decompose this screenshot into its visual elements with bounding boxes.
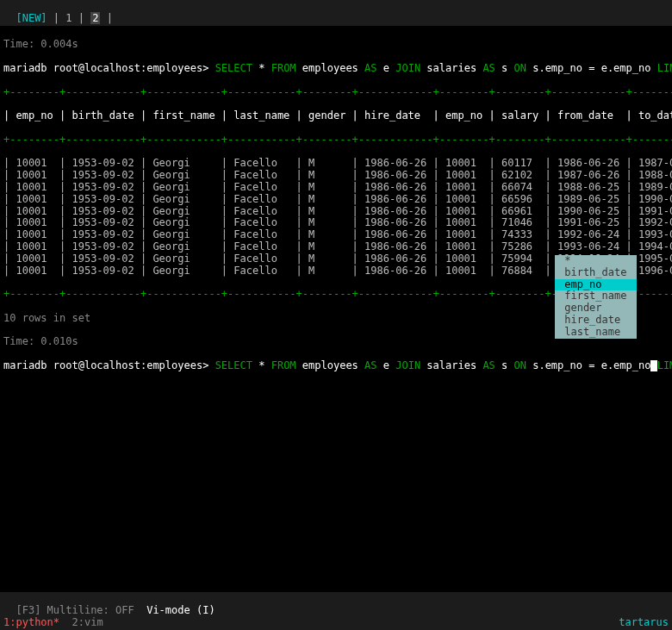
sql-query-2-after[interactable]: LIMIT 10 xyxy=(657,359,672,371)
prompt-host: mariadb root@localhost:employees> xyxy=(3,62,215,74)
autocomplete-item[interactable]: hire_date xyxy=(555,315,637,327)
tab-new[interactable]: [NEW] xyxy=(16,12,47,24)
table-border-top: +--------+------------+------------+----… xyxy=(3,87,669,99)
tab-bar: [NEW] | 1 | 2 | xyxy=(0,0,672,26)
tmux-status-bar: 1:python* 2:vim tartarus xyxy=(0,616,672,630)
table-row: | 10001 | 1953-09-02 | Georgi | Facello … xyxy=(3,229,669,241)
autocomplete-item[interactable]: * xyxy=(555,255,637,267)
sql-query-2-before[interactable]: SELECT * FROM employees AS e JOIN salari… xyxy=(215,359,651,371)
table-row: | 10001 | 1953-09-02 | Georgi | Facello … xyxy=(3,182,669,194)
table-row: | 10001 | 1953-09-02 | Georgi | Facello … xyxy=(3,194,669,206)
autocomplete-item[interactable]: emp_no xyxy=(555,279,637,291)
tmux-hostname: tartarus xyxy=(619,617,669,629)
sql-query-1: SELECT * FROM employees AS e JOIN salari… xyxy=(215,62,672,74)
table-row: | 10001 | 1953-09-02 | Georgi | Facello … xyxy=(3,241,669,253)
status-multiline: [F3] Multiline: OFF xyxy=(16,604,146,616)
tmux-window-2[interactable]: 2:vim xyxy=(59,616,103,628)
tab-sep: | xyxy=(100,12,112,24)
table-border-mid: +--------+------------+------------+----… xyxy=(3,134,669,147)
autocomplete-item[interactable]: birth_date xyxy=(555,267,637,279)
table-header: | emp_no | birth_date | first_name | las… xyxy=(3,110,669,122)
autocomplete-popup[interactable]: * birth_date emp_no first_name gender hi… xyxy=(555,255,637,339)
status-bar: [F3] Multiline: OFF Vi-mode (I) xyxy=(0,592,672,618)
prompt-line-1: mariadb root@localhost:employees> SELECT… xyxy=(3,63,669,75)
table-row: | 10001 | 1953-09-02 | Georgi | Facello … xyxy=(3,170,669,182)
prompt-line-2[interactable]: mariadb root@localhost:employees> SELECT… xyxy=(3,360,669,372)
autocomplete-item[interactable]: gender xyxy=(555,303,637,315)
cursor xyxy=(650,360,656,371)
table-row: | 10001 | 1953-09-02 | Georgi | Facello … xyxy=(3,206,669,218)
table-row: | 10001 | 1953-09-02 | Georgi | Facello … xyxy=(3,158,669,170)
autocomplete-item[interactable]: last_name xyxy=(555,327,637,339)
tmux-window-1-active[interactable]: 1:python* xyxy=(3,616,59,628)
tab-2-active[interactable]: 2 xyxy=(90,12,100,24)
tab-sep: | xyxy=(47,12,66,24)
timing-line: Time: 0.004s xyxy=(3,39,669,51)
status-vi-mode: Vi-mode (I) xyxy=(146,604,215,616)
autocomplete-item[interactable]: first_name xyxy=(555,290,637,303)
prompt-host: mariadb root@localhost:employees> xyxy=(3,359,215,371)
tab-1[interactable]: 1 xyxy=(65,12,72,24)
table-row: | 10001 | 1953-09-02 | Georgi | Facello … xyxy=(3,217,669,229)
tmux-windows[interactable]: 1:python* 2:vim xyxy=(3,617,103,629)
tab-sep: | xyxy=(72,12,91,24)
